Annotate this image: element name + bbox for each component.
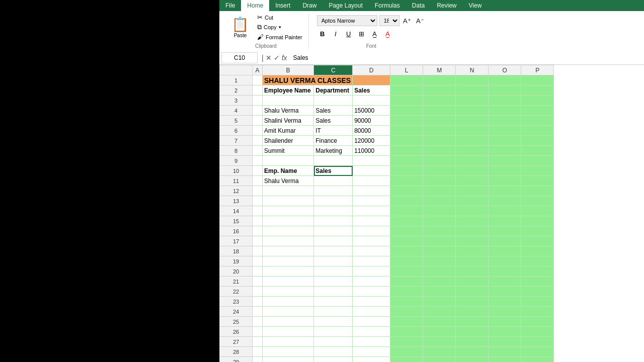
- cell-o7[interactable]: [489, 136, 521, 146]
- cell-d5[interactable]: 90000: [353, 116, 390, 126]
- font-color-button[interactable]: A̲: [382, 28, 393, 39]
- font-size-selector[interactable]: 18: [379, 15, 399, 26]
- italic-button[interactable]: I: [330, 28, 341, 39]
- col-header-l[interactable]: L: [390, 65, 423, 75]
- cell-p2[interactable]: [521, 85, 554, 96]
- cell-a5[interactable]: [253, 116, 263, 126]
- cell-a7[interactable]: [253, 136, 263, 146]
- cell-b1[interactable]: SHALU VERMA CLASSES: [263, 75, 353, 85]
- cell-o1[interactable]: [489, 75, 521, 85]
- underline-button[interactable]: U: [343, 28, 354, 39]
- tab-view[interactable]: View: [463, 0, 488, 11]
- bold-button[interactable]: B: [317, 28, 328, 39]
- col-header-c[interactable]: C: [314, 65, 353, 75]
- cell-m10[interactable]: [423, 166, 456, 176]
- cell-l1[interactable]: [390, 75, 423, 85]
- cell-n10[interactable]: [456, 166, 489, 176]
- cell-d3[interactable]: [353, 96, 390, 106]
- cell-m3[interactable]: [423, 96, 456, 106]
- cell-p8[interactable]: [521, 146, 554, 156]
- cell-c6[interactable]: IT: [314, 126, 353, 136]
- cell-o11[interactable]: [489, 176, 521, 186]
- cell-p6[interactable]: [521, 126, 554, 136]
- cell-o10[interactable]: [489, 166, 521, 176]
- cell-n7[interactable]: [456, 136, 489, 146]
- tab-home[interactable]: Home: [241, 0, 269, 11]
- cell-d11[interactable]: [353, 176, 390, 186]
- cell-n2[interactable]: [456, 85, 489, 96]
- cell-a4[interactable]: [253, 106, 263, 116]
- col-header-d[interactable]: D: [353, 65, 390, 75]
- cell-m7[interactable]: [423, 136, 456, 146]
- cell-c8[interactable]: Marketing: [314, 146, 353, 156]
- cell-m11[interactable]: [423, 176, 456, 186]
- cell-p4[interactable]: [521, 106, 554, 116]
- cell-l7[interactable]: [390, 136, 423, 146]
- cell-d2[interactable]: Sales: [353, 85, 390, 96]
- cell-d10[interactable]: [353, 166, 390, 176]
- cell-p5[interactable]: [521, 116, 554, 126]
- formula-input[interactable]: [291, 52, 644, 63]
- tab-formulas[interactable]: Formulas: [369, 0, 406, 11]
- cell-l2[interactable]: [390, 85, 423, 96]
- cell-a11[interactable]: [253, 176, 263, 186]
- cell-a6[interactable]: [253, 126, 263, 136]
- col-header-m[interactable]: M: [423, 65, 456, 75]
- cell-reference-box[interactable]: [221, 52, 258, 63]
- cell-a3[interactable]: [253, 96, 263, 106]
- cell-n5[interactable]: [456, 116, 489, 126]
- col-header-a[interactable]: A: [253, 65, 263, 75]
- cell-d9[interactable]: [353, 156, 390, 166]
- col-header-o[interactable]: O: [489, 65, 521, 75]
- cell-a2[interactable]: [253, 85, 263, 96]
- paste-button[interactable]: 📋 Paste: [227, 14, 253, 40]
- cell-n8[interactable]: [456, 146, 489, 156]
- cell-b6[interactable]: Amit Kumar: [263, 126, 314, 136]
- cell-a10[interactable]: [253, 166, 263, 176]
- cell-c5[interactable]: Sales: [314, 116, 353, 126]
- cell-c2[interactable]: Department: [314, 85, 353, 96]
- cell-l10[interactable]: [390, 166, 423, 176]
- cell-a9[interactable]: [253, 156, 263, 166]
- cell-b5[interactable]: Shalini Verma: [263, 116, 314, 126]
- cell-d6[interactable]: 80000: [353, 126, 390, 136]
- col-header-b[interactable]: B: [263, 65, 314, 75]
- cell-l5[interactable]: [390, 116, 423, 126]
- tab-data[interactable]: Data: [406, 0, 431, 11]
- cell-m9[interactable]: [423, 156, 456, 166]
- col-header-n[interactable]: N: [456, 65, 489, 75]
- copy-button[interactable]: ⧉ Copy ▾: [255, 23, 304, 32]
- tab-file[interactable]: File: [219, 0, 241, 11]
- cell-c7[interactable]: Finance: [314, 136, 353, 146]
- cell-l3[interactable]: [390, 96, 423, 106]
- cell-o6[interactable]: [489, 126, 521, 136]
- decrease-font-button[interactable]: A⁻: [415, 15, 426, 26]
- cell-m4[interactable]: [423, 106, 456, 116]
- font-name-selector[interactable]: Aptos Narrow: [317, 15, 377, 26]
- cell-n11[interactable]: [456, 176, 489, 186]
- formula-confirm-icon[interactable]: ✓: [274, 54, 280, 62]
- cell-c3[interactable]: [314, 96, 353, 106]
- cell-a8[interactable]: [253, 146, 263, 156]
- cell-l11[interactable]: [390, 176, 423, 186]
- cell-n1[interactable]: [456, 75, 489, 85]
- cell-n6[interactable]: [456, 126, 489, 136]
- cell-l9[interactable]: [390, 156, 423, 166]
- cell-l4[interactable]: [390, 106, 423, 116]
- cell-p9[interactable]: [521, 156, 554, 166]
- format-painter-button[interactable]: 🖌 Format Painter: [255, 33, 304, 41]
- formula-cancel-icon[interactable]: ✕: [266, 54, 272, 62]
- cell-n4[interactable]: [456, 106, 489, 116]
- cell-n9[interactable]: [456, 156, 489, 166]
- cell-c10[interactable]: Sales: [314, 166, 353, 176]
- cell-d7[interactable]: 120000: [353, 136, 390, 146]
- cell-c9[interactable]: [314, 156, 353, 166]
- cell-o5[interactable]: [489, 116, 521, 126]
- cut-button[interactable]: ✂ Cut: [255, 13, 304, 22]
- cell-m8[interactable]: [423, 146, 456, 156]
- formula-check-icon[interactable]: |: [262, 54, 264, 62]
- cell-a1[interactable]: [253, 75, 263, 85]
- cell-o9[interactable]: [489, 156, 521, 166]
- cell-p3[interactable]: [521, 96, 554, 106]
- cell-b10[interactable]: Emp. Name: [263, 166, 314, 176]
